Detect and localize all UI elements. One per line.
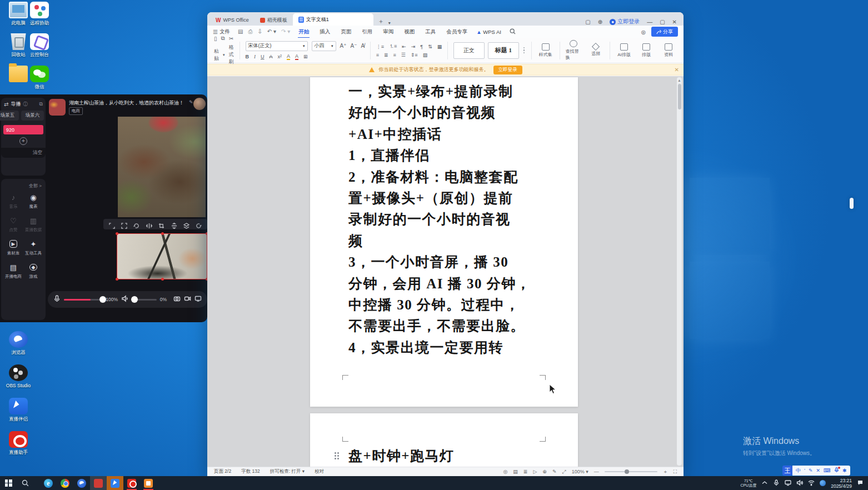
close-button[interactable]: ✕ bbox=[672, 19, 677, 25]
taskbar-red-app[interactable] bbox=[90, 476, 107, 490]
new-tab-button[interactable]: ＋ bbox=[378, 17, 384, 26]
file-menu[interactable]: ☰文件 bbox=[213, 28, 230, 36]
edge-panel-handle[interactable] bbox=[850, 198, 854, 209]
login-button[interactable]: ● 立即登录 bbox=[610, 18, 640, 26]
desktop-icon-wechat[interactable]: 微信 bbox=[22, 66, 57, 89]
flip-horizontal-icon[interactable] bbox=[146, 221, 152, 227]
tray-mic-icon[interactable] bbox=[773, 478, 780, 488]
add-scene-button[interactable]: + bbox=[19, 137, 27, 145]
redo-icon[interactable]: ↷ ▾ bbox=[281, 28, 290, 35]
reset-icon[interactable] bbox=[196, 221, 202, 227]
ime-mic-icon[interactable] bbox=[834, 467, 839, 474]
zoom-level[interactable]: 100% ▾ bbox=[572, 469, 588, 474]
shrink-font-icon[interactable]: A⁻ bbox=[350, 43, 357, 49]
paste-icon[interactable]: ▯ bbox=[214, 36, 217, 42]
subscript-button[interactable]: x² bbox=[278, 54, 282, 59]
document-page-2[interactable]: 一，实景+绿布+提前录制好的一个小时的音视频+AI+中控插话1，直播伴侣2，准备… bbox=[310, 77, 578, 407]
char-shading-button[interactable]: ⊞ bbox=[303, 54, 308, 59]
eye-protect-icon[interactable]: ◎ bbox=[641, 29, 646, 35]
monitor-volume-icon[interactable] bbox=[121, 294, 128, 304]
undo-icon[interactable]: ↶ ▾ bbox=[267, 28, 276, 35]
fullscreen-icon[interactable] bbox=[121, 221, 127, 227]
fullscreen-toggle-icon[interactable]: ⛶ bbox=[674, 469, 677, 475]
align-right-icon[interactable]: ≡ bbox=[393, 52, 396, 58]
crop-icon[interactable] bbox=[158, 221, 164, 227]
globe-icon[interactable]: ⊕ bbox=[598, 19, 602, 25]
pilcrow-icon[interactable]: ¶ bbox=[420, 44, 423, 49]
paste-button[interactable]: 粘贴 bbox=[214, 48, 219, 62]
popout-icon[interactable]: ⧉ bbox=[39, 101, 43, 107]
zoom-in-button[interactable]: ＋ bbox=[663, 468, 668, 476]
web-view-icon[interactable]: ⊕ bbox=[542, 469, 547, 474]
tray-volume-icon[interactable] bbox=[796, 478, 803, 488]
align-left-icon[interactable]: ≡ bbox=[376, 52, 379, 58]
grow-font-icon[interactable]: A⁺ bbox=[340, 43, 347, 49]
edit-title-icon[interactable]: ✎ bbox=[189, 99, 193, 105]
notice-close-icon[interactable]: ✕ bbox=[675, 67, 679, 73]
scene-tab-5[interactable]: 场景五 bbox=[0, 111, 19, 121]
layer-icon[interactable] bbox=[183, 221, 189, 227]
outline-view-icon[interactable]: ≣ bbox=[523, 469, 528, 474]
tool-item[interactable]: 游戏 bbox=[24, 262, 43, 279]
start-button[interactable] bbox=[0, 476, 17, 490]
bullet-list-icon[interactable]: ⋮≡ bbox=[376, 44, 384, 49]
ai-typeset-button[interactable]: AI排版 bbox=[616, 43, 632, 58]
clear-button[interactable]: 清空 bbox=[33, 149, 42, 156]
taskbar-live-companion-active[interactable] bbox=[107, 476, 123, 490]
zoom-out-button[interactable]: — bbox=[594, 469, 599, 474]
flip-vertical-icon[interactable] bbox=[171, 221, 177, 227]
mic-volume-slider[interactable] bbox=[64, 299, 102, 301]
ime-settings-icon[interactable]: ✱ bbox=[842, 468, 847, 473]
border-icon[interactable]: ▦ bbox=[437, 44, 442, 49]
scene-tab-6[interactable]: 场景六 bbox=[21, 111, 44, 121]
line-spacing-icon[interactable]: ⇕≡ bbox=[411, 52, 418, 58]
eye-mode-icon[interactable]: ◎ bbox=[503, 469, 507, 474]
print-icon[interactable]: ⎙ bbox=[248, 28, 252, 35]
menu-tab[interactable]: 审阅 bbox=[382, 27, 394, 37]
menu-tab[interactable]: 工具 bbox=[425, 27, 436, 37]
desktop-icon-cloud-console[interactable]: 云控制台 bbox=[22, 33, 57, 57]
bold-button[interactable]: B bbox=[246, 54, 250, 59]
word-count[interactable]: 字数 132 bbox=[241, 468, 260, 475]
scrollbar-thumb[interactable] bbox=[678, 84, 681, 109]
taskbar-edge[interactable]: e bbox=[40, 476, 57, 490]
format-painter-button[interactable]: 格式刷 bbox=[229, 44, 234, 66]
ime-mode-toggle[interactable]: 中 bbox=[796, 467, 801, 474]
proofread-button[interactable]: 校对 bbox=[315, 468, 324, 475]
microphone-icon[interactable] bbox=[53, 294, 61, 304]
ime-keyboard-icon[interactable]: ⌨ bbox=[824, 468, 831, 473]
desktop-icon-remote[interactable]: 远程协助 bbox=[22, 2, 57, 26]
select-button[interactable]: 选择 bbox=[587, 44, 604, 57]
minimize-button[interactable]: — bbox=[647, 19, 652, 25]
font-name-select[interactable]: 宋体(正文)▾ bbox=[246, 41, 308, 51]
scroll-up-icon[interactable]: ▲ bbox=[677, 78, 681, 82]
style-gallery-scroll[interactable] bbox=[523, 47, 525, 54]
taskbar-orange-app[interactable] bbox=[140, 476, 157, 490]
ime-logo-icon[interactable]: 王 bbox=[782, 466, 792, 476]
help-icon[interactable]: ⓘ bbox=[23, 101, 27, 107]
video-preview-camera[interactable] bbox=[117, 233, 207, 279]
tab-docer-templates[interactable]: 稻壳模板 bbox=[255, 14, 293, 26]
rotate-icon[interactable] bbox=[133, 221, 139, 227]
indent-icon[interactable]: ⇥ bbox=[411, 44, 416, 49]
tray-network-icon[interactable] bbox=[808, 478, 815, 488]
menu-tab-wps-ai[interactable]: ▲ WPS AI bbox=[476, 28, 502, 36]
menu-tab[interactable]: 开始 bbox=[298, 27, 310, 37]
desktop-icon-red-app[interactable]: 直播助手 bbox=[1, 431, 36, 455]
menu-tab[interactable]: 会员专享 bbox=[446, 27, 468, 37]
font-color-button[interactable]: A bbox=[295, 53, 298, 60]
materials-button[interactable]: 资料 bbox=[660, 43, 677, 58]
save-icon[interactable]: ▤ bbox=[238, 28, 243, 35]
desktop-icon-obs-studio[interactable]: OBS Studio bbox=[1, 364, 36, 388]
tab-wps-office[interactable]: W WPS Office bbox=[210, 14, 255, 26]
search-icon[interactable] bbox=[510, 28, 516, 36]
style-normal[interactable]: 正文 bbox=[453, 42, 485, 59]
tool-item[interactable]: 魔表 bbox=[24, 192, 43, 209]
typeset-button[interactable]: 排版 bbox=[638, 43, 655, 58]
page-view-icon[interactable]: ▤ bbox=[513, 469, 518, 474]
paragraph-drag-handle[interactable] bbox=[335, 452, 339, 459]
layout-mode-icon[interactable]: ▢ bbox=[585, 19, 590, 25]
tool-item[interactable]: 音乐 bbox=[4, 192, 23, 209]
fit-page-icon[interactable]: ⤢ bbox=[562, 469, 566, 475]
tool-item[interactable]: 开播电商 bbox=[4, 262, 23, 279]
